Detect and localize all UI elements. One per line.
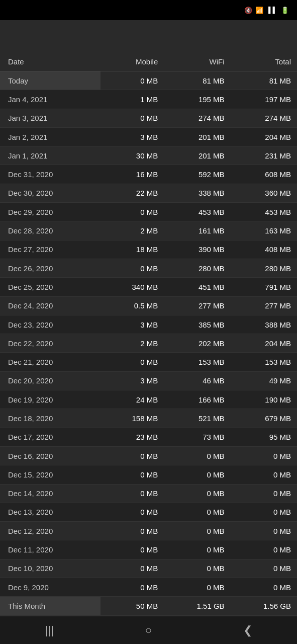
cell-wifi: 73 MB (164, 428, 230, 446)
cell-mobile: 1 MB (101, 90, 164, 109)
status-right: 🔇 📶 ▐▐ 🔋 (244, 7, 289, 14)
table-row: Today0 MB81 MB81 MB (0, 71, 297, 90)
cell-wifi: 338 MB (164, 184, 230, 202)
cell-date: Dec 28, 2020 (0, 221, 101, 240)
col-header-date: Date (0, 52, 101, 71)
cell-date: Dec 13, 2020 (0, 503, 101, 521)
cell-wifi: 453 MB (164, 203, 230, 221)
cell-total: 388 MB (231, 315, 297, 334)
table-row: Dec 24, 20200.5 MB277 MB277 MB (0, 296, 297, 315)
cell-total: 277 MB (231, 296, 297, 315)
cell-mobile: 18 MB (101, 240, 164, 259)
cell-total: 163 MB (231, 221, 297, 240)
cell-mobile: 0 MB (101, 540, 164, 559)
cell-wifi: 0 MB (164, 540, 230, 559)
cell-date: Dec 22, 2020 (0, 334, 101, 353)
table-row: Dec 21, 20200 MB153 MB153 MB (0, 353, 297, 371)
cell-mobile: 3 MB (101, 127, 164, 146)
cell-wifi: 201 MB (164, 127, 230, 146)
nav-menu-button[interactable]: ||| (35, 620, 65, 641)
table-row: Jan 1, 202130 MB201 MB231 MB (0, 146, 297, 165)
cell-total: 0 MB (231, 484, 297, 503)
cell-mobile: 0 MB (101, 559, 164, 578)
col-header-wifi: WiFi (164, 52, 230, 71)
cell-date: Dec 24, 2020 (0, 296, 101, 315)
cell-total: 231 MB (231, 146, 297, 165)
table-row: Dec 10, 20200 MB0 MB0 MB (0, 559, 297, 578)
table-row: Dec 13, 20200 MB0 MB0 MB (0, 503, 297, 521)
cell-total: 280 MB (231, 259, 297, 277)
cell-total: 1.56 GB (231, 597, 297, 616)
cell-wifi: 0 MB (164, 522, 230, 540)
table-row: Dec 15, 20200 MB0 MB0 MB (0, 465, 297, 484)
cell-wifi: 390 MB (164, 240, 230, 259)
nav-home-button[interactable]: ○ (134, 620, 164, 641)
cell-mobile: 3 MB (101, 315, 164, 334)
cell-total: 0 MB (231, 503, 297, 521)
cell-wifi: 166 MB (164, 390, 230, 409)
cell-total: 95 MB (231, 428, 297, 446)
cell-wifi: 277 MB (164, 296, 230, 315)
cell-total: 453 MB (231, 203, 297, 221)
cell-date: Dec 18, 2020 (0, 409, 101, 428)
cell-mobile: 340 MB (101, 278, 164, 296)
nav-back-button[interactable]: ❮ (233, 620, 263, 641)
cell-total: 360 MB (231, 184, 297, 202)
cell-mobile: 0 MB (101, 353, 164, 371)
table-row: Dec 23, 20203 MB385 MB388 MB (0, 315, 297, 334)
table-row: Dec 19, 202024 MB166 MB190 MB (0, 390, 297, 409)
cell-wifi: 0 MB (164, 446, 230, 465)
cell-mobile: 0 MB (101, 503, 164, 521)
cell-date: Dec 27, 2020 (0, 240, 101, 259)
cell-date: Today (0, 71, 101, 90)
cell-mobile: 30 MB (101, 146, 164, 165)
cell-date: Dec 12, 2020 (0, 522, 101, 540)
cell-mobile: 22 MB (101, 184, 164, 202)
table-row: Jan 4, 20211 MB195 MB197 MB (0, 90, 297, 109)
cell-date: Dec 23, 2020 (0, 315, 101, 334)
cell-total: 0 MB (231, 578, 297, 597)
cell-date: Dec 19, 2020 (0, 390, 101, 409)
table-row: Dec 14, 20200 MB0 MB0 MB (0, 484, 297, 503)
cell-wifi: 451 MB (164, 278, 230, 296)
cell-mobile: 158 MB (101, 409, 164, 428)
cell-wifi: 81 MB (164, 71, 230, 90)
cell-date: Dec 31, 2020 (0, 165, 101, 184)
cell-date: Dec 16, 2020 (0, 446, 101, 465)
cell-mobile: 0 MB (101, 578, 164, 597)
battery-icon: 🔋 (281, 7, 289, 14)
cell-wifi: 0 MB (164, 503, 230, 521)
bottom-nav: ||| ○ ❮ (0, 616, 297, 644)
title-bar (0, 20, 297, 52)
cell-total: 0 MB (231, 465, 297, 484)
cell-date: Dec 26, 2020 (0, 259, 101, 277)
table-row: Dec 11, 20200 MB0 MB0 MB (0, 540, 297, 559)
table-row: Jan 2, 20213 MB201 MB204 MB (0, 127, 297, 146)
cell-wifi: 161 MB (164, 221, 230, 240)
cell-date: Dec 21, 2020 (0, 353, 101, 371)
cell-wifi: 0 MB (164, 578, 230, 597)
cell-wifi: 385 MB (164, 315, 230, 334)
table-row: Dec 31, 202016 MB592 MB608 MB (0, 165, 297, 184)
table-row: Dec 30, 202022 MB338 MB360 MB (0, 184, 297, 202)
cell-date: Jan 1, 2021 (0, 146, 101, 165)
cell-wifi: 202 MB (164, 334, 230, 353)
cell-wifi: 46 MB (164, 371, 230, 390)
cell-wifi: 201 MB (164, 146, 230, 165)
signal-icon: ▐▐ (266, 7, 275, 14)
table-row: Dec 18, 2020158 MB521 MB679 MB (0, 409, 297, 428)
cell-mobile: 50 MB (101, 597, 164, 616)
cell-date: Dec 11, 2020 (0, 540, 101, 559)
table-row: Dec 29, 20200 MB453 MB453 MB (0, 203, 297, 221)
cell-date: Dec 20, 2020 (0, 371, 101, 390)
cell-mobile: 0 MB (101, 484, 164, 503)
table-row: Dec 22, 20202 MB202 MB204 MB (0, 334, 297, 353)
status-bar: 🔇 📶 ▐▐ 🔋 (0, 0, 297, 20)
cell-total: 204 MB (231, 334, 297, 353)
cell-date: Dec 15, 2020 (0, 465, 101, 484)
table-row: Jan 3, 20210 MB274 MB274 MB (0, 109, 297, 127)
cell-total: 274 MB (231, 109, 297, 127)
cell-wifi: 521 MB (164, 409, 230, 428)
cell-date: Dec 14, 2020 (0, 484, 101, 503)
table-row: Dec 16, 20200 MB0 MB0 MB (0, 446, 297, 465)
